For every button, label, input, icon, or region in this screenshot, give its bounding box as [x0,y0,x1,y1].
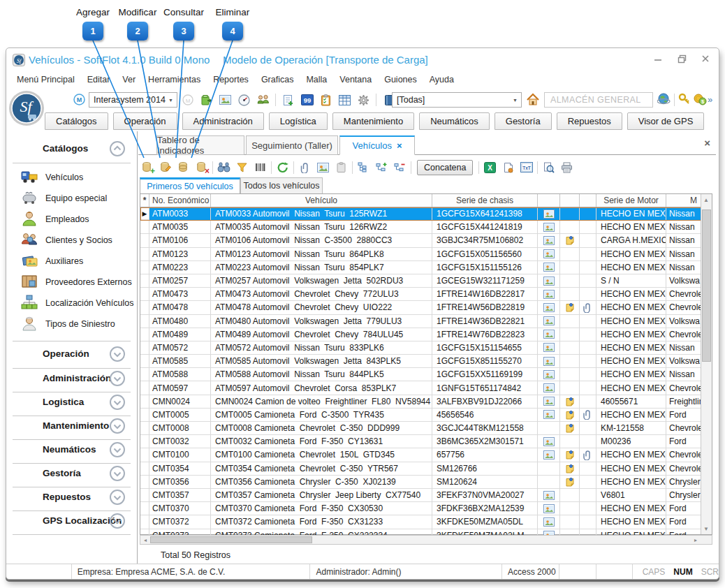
cell-no-economico[interactable]: ATM0033 [149,207,211,221]
cell-marca[interactable]: Nissan [666,234,701,247]
table-row[interactable]: CMT0373 CMT0373 Camioneta Ford F-350 CX2… [140,529,712,536]
cell-vehiculo[interactable]: ATM0480 Automovil Volkswagen Jetta 779UL… [211,315,432,328]
cell-vehiculo[interactable]: ATM0035 Automovil Nissan Tsuru 126RWZ2 [211,221,432,234]
cell-serie-chasis[interactable]: 1GCFG15X851155270 [432,355,538,368]
cell-vehiculo[interactable]: CMT0357 Camioneta Chrysler Jeep Liberty … [211,489,432,502]
cell-note[interactable] [560,529,580,536]
cell-no-economico[interactable]: ATM0478 [149,301,211,314]
cell-note[interactable] [560,274,580,288]
table-row[interactable]: ATM0035 ATM0035 Automovil Nissan Tsuru 1… [140,221,712,234]
cell-photo[interactable] [538,301,560,314]
sidebar-item-tipos-siniestro[interactable]: Tipos de Siniestro [6,314,137,335]
cell-serie-chasis[interactable]: 1GCFG15X051156560 [432,248,538,261]
cell-serie-motor[interactable]: HECHO EN MEXI... [596,301,666,314]
cell-paperclip[interactable] [580,515,596,529]
attachments-button[interactable] [298,160,312,175]
export-excel-button[interactable]: X [483,160,497,175]
tab-gestoria[interactable]: Gestoría [495,112,552,130]
toolbar-overflow-button[interactable]: » [708,94,712,105]
cell-paperclip[interactable] [580,395,596,409]
cell-serie-chasis[interactable]: 3B6MC365X2M301571 [432,435,538,448]
cell-marca[interactable]: Ford [666,435,701,448]
cell-serie-motor[interactable]: HECHO EN MEXI... [596,448,666,462]
header-vehiculo[interactable]: Vehículo [211,194,432,207]
cell-no-economico[interactable]: ATM0123 [149,248,211,261]
cell-serie-chasis[interactable]: 1GCFG15XX51169199 [432,368,538,381]
cell-serie-motor[interactable]: HECHO EN MEXI... [596,462,666,476]
header-note-col[interactable] [560,194,580,207]
cell-note[interactable] [560,301,580,314]
cell-serie-chasis[interactable]: 3GBJC34R75M106802 [432,234,538,247]
menu-ayuda[interactable]: Ayuda [423,75,460,84]
cell-serie-chasis[interactable]: 1FTRE14W16DB22817 [432,288,538,301]
cell-note[interactable] [560,207,580,221]
cell-serie-motor[interactable]: HECHO EN MEXI... [596,381,666,395]
cell-no-economico[interactable]: ATM0588 [149,368,211,381]
cell-serie-motor[interactable]: HECHO EN MEXI... [596,221,666,234]
header-serie-motor[interactable]: Serie de Motor [596,194,666,207]
cell-vehiculo[interactable]: ATM0123 Automovil Nissan Tsuru 864PLK8 [211,248,432,261]
cell-paperclip[interactable] [580,288,596,301]
m-badge-icon[interactable]: M [73,94,85,105]
cell-paperclip[interactable] [580,422,596,435]
cell-serie-motor[interactable]: HECHO EN MEXI... [596,529,666,536]
cell-photo[interactable] [538,221,560,234]
sidebar-item-proveedores-externos[interactable]: Proveedores Externos [6,272,137,293]
cell-serie-motor[interactable]: 46055671 [596,395,666,409]
cell-serie-motor[interactable]: HECHO EN MEXI... [596,261,666,274]
cell-paperclip[interactable] [580,315,596,328]
cell-marca[interactable]: Chevrole [666,301,701,314]
users-button[interactable] [256,94,270,107]
tab-neumaticos[interactable]: Neumáticos [419,112,490,130]
header-marca[interactable]: M [666,194,701,207]
cell-vehiculo[interactable]: CMT0008 Camioneta Chevrolet C-350 DDD999 [211,422,432,435]
filter-button[interactable] [235,160,249,175]
cell-no-economico[interactable]: CMT0370 [149,502,211,515]
cell-marca[interactable]: Chevrole [666,422,701,435]
cell-serie-motor[interactable]: HECHO EN MEXI... [596,328,666,341]
refresh-button[interactable] [275,160,290,175]
cell-marca[interactable]: Chrysler [666,489,701,502]
cell-photo[interactable] [538,529,560,536]
cell-no-economico[interactable]: CMT0372 [149,515,211,529]
cell-note[interactable] [560,234,580,247]
cell-photo[interactable] [538,462,560,476]
cell-paperclip[interactable] [580,381,596,395]
table-row[interactable]: ATM0588 ATM0588 Automovil Nissan Tsuru 8… [140,368,712,381]
table-row[interactable]: ATM0257 ATM0257 Automovil Volkswagen Jet… [140,274,712,288]
cell-marca[interactable]: Chrysler [666,476,701,489]
cell-no-economico[interactable]: CMT0356 [149,476,211,489]
cell-no-economico[interactable]: CMT0005 [149,409,211,422]
cell-photo[interactable] [538,328,560,341]
cell-photo[interactable] [538,381,560,395]
company-select[interactable]: Interasystem 2014▼ [89,92,177,108]
cell-serie-chasis[interactable]: 1GCFG15X151155126 [432,261,538,274]
cell-vehiculo[interactable]: ATM0588 Automovil Nissan Tsuru 844PLK5 [211,368,432,381]
warehouse-field[interactable]: ALMACÉN GENERAL [544,92,653,108]
cell-marca[interactable]: Chevrole [666,462,701,476]
cell-paperclip[interactable] [580,234,596,247]
cell-paperclip[interactable] [580,529,596,536]
tab-visor-gps[interactable]: Visor de GPS [627,112,705,130]
header-serie-chasis[interactable]: Serie de chasis [432,194,538,207]
cell-marca[interactable]: Nissan [666,368,701,381]
sidebar-section-mantenimiento[interactable]: Mantenimiento [6,417,137,438]
scroll-up-icon[interactable]: ▲ [701,195,711,205]
cell-vehiculo[interactable]: ATM0478 Automovil Chevrolet Chevy UIO222 [211,301,432,314]
sidebar-section-logistica[interactable]: Logistica [6,393,137,414]
vertical-scroll-thumb[interactable] [702,210,711,362]
expand-tree-button[interactable] [374,160,389,175]
cell-vehiculo[interactable]: ATM0597 Automovil Chevrolet Corsa 853PLK… [211,381,432,395]
scroll-left-icon[interactable]: ◂ [140,535,150,545]
cell-no-economico[interactable]: CMN0024 [149,395,211,409]
cell-serie-chasis[interactable]: 3FDKF36BX2MA12539 [432,502,538,515]
barcode-button[interactable] [253,160,268,175]
cell-vehiculo[interactable]: CMN0024 Camion de volteo Freightliner FL… [211,395,432,409]
photo-button[interactable] [316,160,330,175]
cell-note[interactable] [560,248,580,261]
horizontal-scrollbar[interactable]: ◂ ▸ [140,535,712,545]
cell-photo[interactable] [538,476,560,489]
table-row[interactable]: ATM0478 ATM0478 Automovil Chevrolet Chev… [140,301,712,314]
cell-no-economico[interactable]: CMT0357 [149,489,211,502]
sidebar-section-administracion[interactable]: Administración [6,369,137,390]
